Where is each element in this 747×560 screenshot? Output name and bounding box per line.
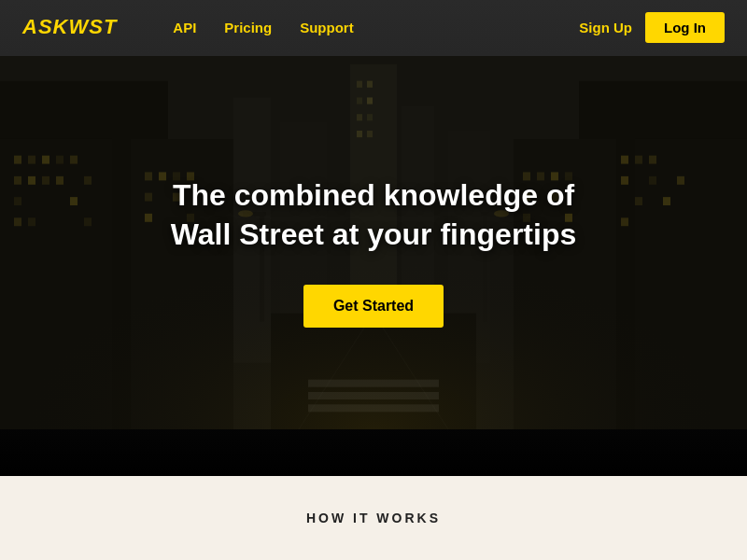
brand-logo[interactable]: AskWST — [22, 15, 117, 39]
how-it-works-section: HOW IT WORKS — [0, 476, 747, 560]
how-it-works-title: HOW IT WORKS — [306, 511, 441, 525]
hero-title-line2: Wall Street at your fingertips — [171, 217, 576, 251]
nav-right: Sign Up Log In — [579, 12, 725, 43]
hero-title: The combined knowledge of Wall Street at… — [171, 176, 576, 254]
nav-left: AskWST API Pricing Support — [22, 15, 354, 39]
get-started-button[interactable]: Get Started — [303, 285, 444, 328]
login-button[interactable]: Log In — [645, 12, 725, 43]
hero-section: The combined knowledge of Wall Street at… — [0, 0, 747, 476]
signup-button[interactable]: Sign Up — [579, 20, 632, 35]
nav-link-support[interactable]: Support — [300, 20, 354, 35]
navbar: AskWST API Pricing Support Sign Up Log I… — [0, 0, 747, 54]
hero-content: The combined knowledge of Wall Street at… — [171, 176, 576, 327]
nav-link-api[interactable]: API — [173, 20, 196, 35]
nav-link-pricing[interactable]: Pricing — [224, 20, 272, 35]
hero-title-line1: The combined knowledge of — [173, 178, 574, 212]
nav-links: API Pricing Support — [173, 20, 353, 35]
